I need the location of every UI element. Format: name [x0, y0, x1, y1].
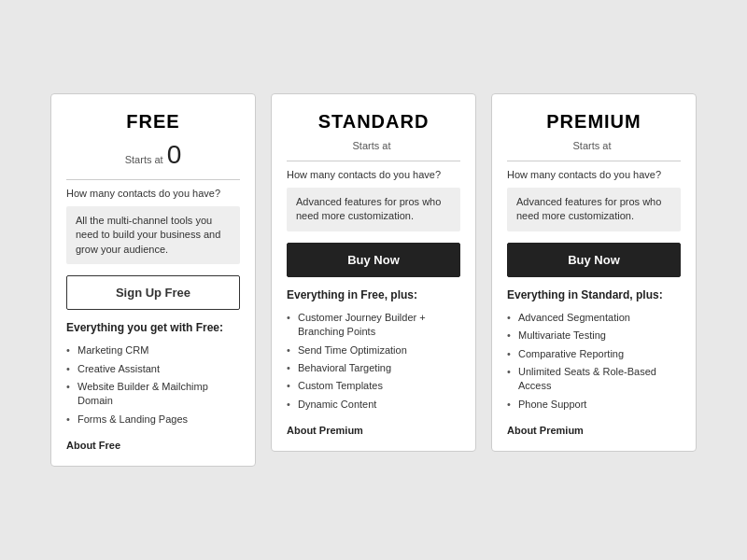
- cta-button-standard[interactable]: Buy Now: [287, 243, 460, 277]
- list-item: Creative Assistant: [66, 360, 240, 378]
- starts-at-label-premium: Starts at: [573, 140, 612, 151]
- description-box-free: All the multi-channel tools you need to …: [66, 206, 240, 264]
- cta-button-premium[interactable]: Buy Now: [507, 243, 681, 277]
- everything-label-standard: Everything in Free, plus:: [287, 288, 460, 301]
- contacts-question-standard: How many contacts do you have?: [287, 169, 460, 180]
- pricing-cards-container: FreeStarts at0How many contacts do you h…: [28, 71, 719, 489]
- list-item: Advanced Segmentation: [507, 309, 681, 327]
- plan-card-free: FreeStarts at0How many contacts do you h…: [50, 93, 256, 467]
- divider-premium: [507, 161, 681, 161]
- everything-label-premium: Everything in Standard, plus:: [507, 288, 681, 301]
- divider-standard: [287, 161, 460, 161]
- list-item: Custom Templates: [287, 377, 460, 395]
- list-item: Comparative Reporting: [507, 345, 681, 363]
- contacts-question-premium: How many contacts do you have?: [507, 169, 681, 180]
- starts-at-row-premium: Starts at: [507, 140, 681, 151]
- list-item: Dynamic Content: [287, 396, 460, 413]
- list-item: Marketing CRM: [66, 342, 240, 359]
- everything-label-free: Everything you get with Free:: [66, 321, 240, 334]
- plan-card-premium: PremiumStarts atHow many contacts do you…: [491, 93, 697, 452]
- plan-card-standard: StandardStarts atHow many contacts do yo…: [271, 93, 476, 452]
- description-box-standard: Advanced features for pros who need more…: [287, 188, 460, 231]
- contacts-question-free: How many contacts do you have?: [66, 188, 240, 199]
- list-item: Customer Journey Builder + Branching Poi…: [287, 309, 460, 342]
- starts-at-label-free: Starts at: [125, 154, 163, 165]
- plan-title-premium: Premium: [507, 111, 681, 133]
- list-item: Send Time Optimization: [287, 342, 460, 359]
- price-value-free: 0: [167, 140, 182, 170]
- divider-free: [66, 179, 240, 180]
- list-item: Multivariate Testing: [507, 327, 681, 344]
- starts-at-label-standard: Starts at: [353, 140, 391, 151]
- about-link-premium[interactable]: About Premium: [507, 425, 681, 436]
- list-item: Behavioral Targeting: [287, 359, 460, 377]
- starts-at-row-standard: Starts at: [287, 140, 460, 151]
- about-link-free[interactable]: About Free: [66, 440, 240, 451]
- plan-title-standard: Standard: [287, 111, 460, 133]
- starts-at-row-free: Starts at0: [66, 140, 240, 170]
- list-item: Website Builder & Mailchimp Domain: [66, 378, 240, 411]
- plan-title-free: Free: [66, 111, 240, 133]
- list-item: Forms & Landing Pages: [66, 411, 240, 428]
- list-item: Unlimited Seats & Role-Based Access: [507, 363, 681, 396]
- about-link-standard[interactable]: About Premium: [287, 425, 460, 436]
- description-box-premium: Advanced features for pros who need more…: [507, 188, 681, 231]
- features-list-standard: Customer Journey Builder + Branching Poi…: [287, 309, 460, 413]
- list-item: Phone Support: [507, 396, 681, 413]
- cta-button-free[interactable]: Sign Up Free: [66, 275, 240, 310]
- features-list-free: Marketing CRMCreative AssistantWebsite B…: [66, 342, 240, 428]
- features-list-premium: Advanced SegmentationMultivariate Testin…: [507, 309, 681, 413]
